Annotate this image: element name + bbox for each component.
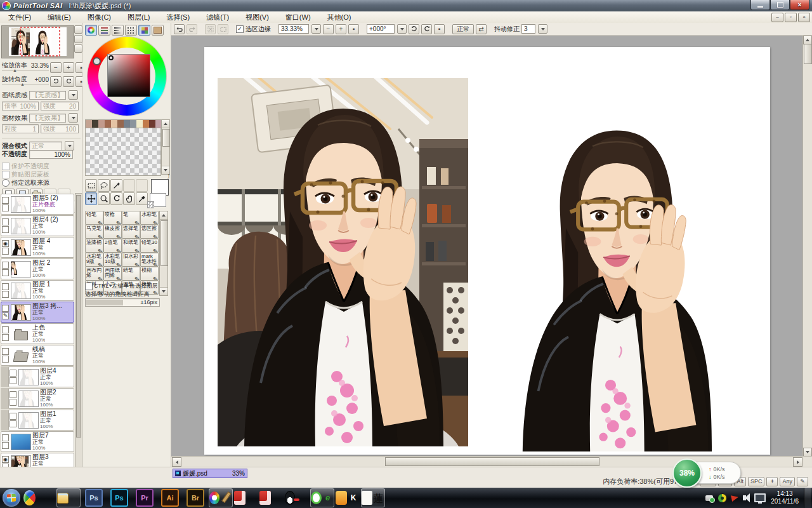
brush-preset[interactable]: 喷枪 (103, 211, 122, 225)
zoom-out-button[interactable]: − (323, 24, 334, 34)
restore-button[interactable] (770, 0, 790, 10)
illustrator[interactable]: Ai (158, 488, 182, 507)
speed-monitor-overlay[interactable]: ↑0K/s ↓0K/s 38% (670, 458, 765, 488)
protect-opacity-checkbox[interactable] (2, 163, 10, 170)
color-mixer-tab[interactable] (125, 25, 137, 36)
layer-list-scrollbar[interactable] (75, 193, 82, 469)
effect-strength-field[interactable]: 强度100 (41, 124, 79, 133)
layer-visibility-toggle[interactable] (2, 434, 9, 441)
layer-visibility-toggle[interactable] (2, 348, 9, 355)
zoom-combo[interactable]: 33.33% (278, 24, 309, 34)
reselect-button[interactable] (218, 24, 228, 34)
zoom-reset-button[interactable]: ▪ (348, 24, 359, 34)
menu-item[interactable]: 文件(F) (0, 12, 39, 23)
ctrl-select-layer-checkbox[interactable] (85, 283, 93, 290)
empty-tool-slot[interactable] (123, 179, 135, 192)
flip-button[interactable]: ⇄ (476, 24, 487, 34)
volume-icon[interactable] (743, 495, 746, 500)
layer-edit-toggle[interactable] (2, 204, 9, 211)
layer-edit-toggle[interactable] (2, 334, 9, 341)
layer-row[interactable]: 图层4 正常 100% (8, 366, 74, 387)
zoom-tool[interactable] (98, 192, 110, 205)
swatches-tab[interactable] (138, 25, 150, 36)
browser-360[interactable]: e (310, 488, 334, 507)
brush-preset[interactable]: 蜡笔 (122, 267, 140, 281)
rect-select-tool[interactable] (85, 179, 97, 192)
empty-tool-slot[interactable] (136, 179, 148, 192)
nav-rotate-cw-button[interactable] (63, 76, 74, 87)
brush-preset[interactable]: 和纸笔 (122, 239, 140, 253)
blend-mode-select[interactable]: 正常 (29, 142, 62, 150)
redo-button[interactable] (187, 24, 197, 34)
premiere[interactable]: Pr (133, 488, 157, 507)
photoshop-cc[interactable]: Ps (107, 488, 131, 507)
jitter-dropdown-arrow[interactable] (538, 24, 547, 34)
paper-texture-select[interactable]: 【无质感】 (29, 91, 66, 100)
layer-edit-toggle[interactable] (2, 248, 9, 255)
undo-button[interactable] (174, 24, 185, 34)
lasso-tool[interactable] (98, 179, 110, 192)
menu-item[interactable]: 视图(V) (237, 12, 277, 23)
selection-source-radio[interactable] (2, 179, 10, 187)
layer-visibility-toggle[interactable] (10, 391, 16, 398)
layer-edit-toggle[interactable] (2, 356, 9, 363)
layer-row[interactable]: 图层5 (2) 正片叠底 100% (1, 194, 74, 215)
drag-distance-slider[interactable]: ±16pix (85, 298, 160, 307)
mdi-close-button[interactable]: × (798, 13, 810, 22)
qq[interactable] (285, 488, 309, 507)
layer-visibility-toggle[interactable] (2, 305, 9, 312)
layer-row[interactable]: 线稿 正常 100% (1, 345, 74, 366)
nav-rotate-ccw-button[interactable] (50, 76, 62, 87)
hsv-slider-tab[interactable] (112, 25, 124, 36)
canvas-vertical-scrollbar[interactable] (802, 36, 812, 457)
brush-preset[interactable]: 选择笔 (122, 225, 140, 239)
sketchup-1[interactable] (234, 488, 258, 507)
saturation-value-picker[interactable] (107, 54, 150, 97)
effect-degree-field[interactable]: 程度1 (2, 124, 39, 133)
transparent-color-icon[interactable] (147, 201, 154, 208)
memory-percent-ball[interactable]: 38% (672, 458, 702, 488)
brush-preset[interactable]: 旧水彩 (122, 253, 140, 267)
nav-zoom-in-button[interactable]: + (63, 62, 74, 73)
navigator-option-button[interactable] (74, 25, 82, 34)
painttool-sai[interactable] (209, 488, 233, 507)
colorball-app[interactable] (23, 488, 48, 507)
blend-mode-arrow[interactable] (65, 141, 74, 150)
color-wheel-tab[interactable] (85, 25, 97, 36)
rotate-reset-button[interactable]: ▪ (434, 24, 445, 34)
layer-row[interactable]: 图层7 正常 100% (1, 431, 74, 452)
layer-row[interactable]: 图层3 正常 100% (1, 453, 74, 467)
swatch-scrollbar[interactable] (161, 119, 170, 175)
menu-item[interactable]: 图层(L) (119, 12, 158, 23)
clipping-mask-checkbox[interactable] (2, 171, 10, 178)
k-music-app[interactable]: K (336, 488, 360, 507)
digital-painting[interactable] (496, 102, 737, 451)
navigator-preview[interactable] (1, 25, 74, 58)
brush-preset[interactable]: 2值笔 (103, 239, 122, 253)
layer-visibility-toggle[interactable] (2, 240, 9, 247)
photoshop[interactable]: Ps (82, 488, 106, 507)
opacity-slider[interactable]: 100% (29, 150, 73, 159)
swatch-grid-empty[interactable] (85, 128, 161, 176)
layer-edit-toggle[interactable] (10, 377, 16, 384)
usb-icon[interactable] (705, 495, 713, 501)
rotate-view-tool[interactable] (110, 192, 122, 205)
texture-strength-field[interactable]: 强度20 (41, 102, 79, 110)
hand-tool[interactable] (123, 192, 135, 205)
navigator-option-button[interactable] (74, 44, 82, 53)
layer-row[interactable]: 图层 2 正常 100% (1, 258, 74, 279)
hue-cursor[interactable] (93, 57, 101, 65)
brush-preset[interactable]: 选区擦 (140, 225, 159, 239)
layer-edit-toggle[interactable] (2, 269, 9, 276)
menu-item[interactable]: 窗口(W) (277, 12, 319, 23)
sketchup-2[interactable] (259, 488, 284, 507)
brush-preset[interactable]: 铅笔30 (140, 239, 159, 253)
close-button[interactable]: × (790, 0, 809, 10)
taskbar-grip[interactable] (49, 488, 55, 507)
minimize-button[interactable] (750, 0, 770, 10)
zoom-in-button[interactable]: + (336, 24, 346, 34)
navigator-option-button[interactable] (74, 35, 82, 43)
layer-row[interactable]: 图层3 拷... 正常 100% (1, 302, 74, 323)
mdi-minimize-button[interactable]: – (771, 13, 783, 22)
zoom-dropdown-arrow[interactable] (311, 24, 321, 34)
